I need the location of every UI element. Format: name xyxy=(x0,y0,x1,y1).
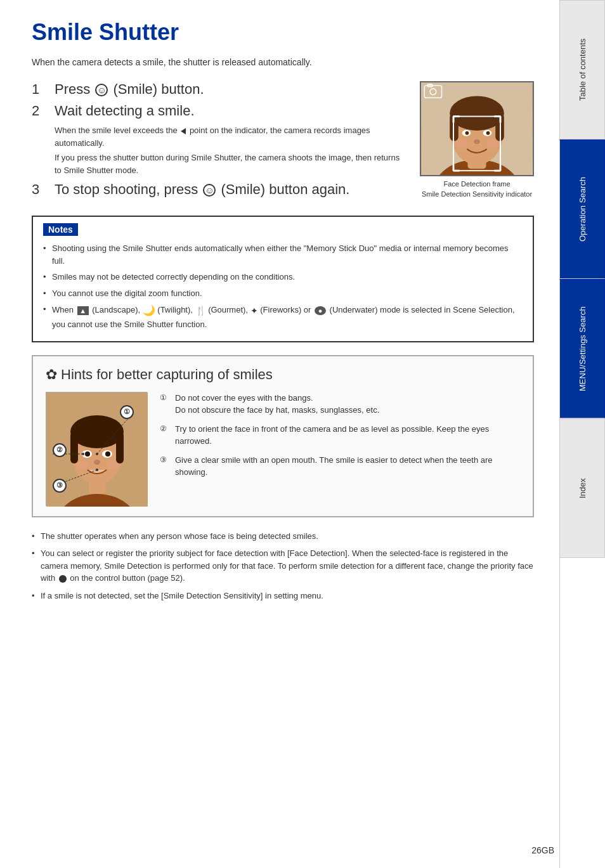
smile-sensitivity-label: Smile Detection Sensitivity indicator xyxy=(422,190,532,198)
hints-sun-icon: ✿ xyxy=(46,366,57,383)
sidebar-tab-menu[interactable]: MENU/Settings Search xyxy=(559,279,605,418)
svg-point-12 xyxy=(455,140,467,149)
face-image xyxy=(420,81,534,176)
sidebar: Table of contents Operation Search MENU/… xyxy=(559,0,605,868)
svg-point-30 xyxy=(70,415,124,448)
hints-image: ① ② ③ xyxy=(46,392,147,506)
note-item-3: You cannot use the digital zoom function… xyxy=(43,287,523,300)
sidebar-tab-operation[interactable]: Operation Search xyxy=(559,139,605,279)
hint-num-3: ③ xyxy=(160,454,171,479)
hints-content: ① ② ③ ① Do not cover the eyes with the b… xyxy=(46,392,520,506)
hint-badge-1: ① xyxy=(120,405,134,419)
note-item-1: Shooting using the Smile Shutter ends au… xyxy=(43,242,523,267)
step-2: 2 Wait detecting a smile. xyxy=(32,103,407,119)
hint-text-3: Give a clear smile with an open mouth. T… xyxy=(175,454,520,479)
step-2-sub-2: If you press the shutter button during S… xyxy=(55,152,407,176)
step-3: 3 To stop shooting, press (Smile) button… xyxy=(32,181,407,198)
notes-header: Notes xyxy=(43,223,78,236)
hint-item-2: ② Try to orient the face in front of the… xyxy=(160,423,520,448)
person-svg xyxy=(421,82,533,175)
bottom-bullet-1: The shutter operates when any person who… xyxy=(32,530,534,543)
bottom-bullet-3: If a smile is not detected, set the [Smi… xyxy=(32,590,534,602)
svg-rect-31 xyxy=(70,432,78,463)
hint-num-1: ① xyxy=(160,392,171,417)
landscape-icon: ▲ xyxy=(77,306,89,315)
sidebar-tab-toc[interactable]: Table of contents xyxy=(559,0,605,139)
image-section: Face Detection frame Smile Detection Sen… xyxy=(420,81,534,198)
hint-text-2: Try to orient the face in front of the c… xyxy=(175,423,520,448)
svg-rect-32 xyxy=(116,432,124,463)
step-2-number: 2 xyxy=(32,103,51,119)
step-3-number: 3 xyxy=(32,181,51,198)
hint-item-1: ① Do not cover the eyes with the bangs.D… xyxy=(160,392,520,417)
hint-badge-3: ③ xyxy=(53,479,67,493)
note-item-4: When ▲ (Landscape), 🌙 (Twilight), 🍴 (Gou… xyxy=(43,303,523,331)
smile-icon-3 xyxy=(203,184,216,197)
bottom-bullets: The shutter operates when any person who… xyxy=(32,530,534,602)
svg-point-38 xyxy=(75,461,88,470)
intro-text: When the camera detects a smile, the shu… xyxy=(32,57,534,67)
svg-point-11 xyxy=(474,139,480,145)
hints-title: ✿ Hints for better capturing of smiles xyxy=(46,366,520,383)
hint-badge-2: ② xyxy=(53,443,67,457)
page-number: 26GB xyxy=(531,845,554,855)
svg-point-13 xyxy=(486,140,498,149)
note-item-2: Smiles may not be detected correctly dep… xyxy=(43,271,523,283)
step-3-text: To stop shooting, press (Smile) button a… xyxy=(55,181,349,198)
face-detection-label: Face Detection frame xyxy=(443,180,510,188)
bottom-bullet-2: You can select or register the priority … xyxy=(32,547,534,585)
steps-section: 1 Press (Smile) button. 2 Wait detecting… xyxy=(32,81,407,203)
hints-section: ✿ Hints for better capturing of smiles xyxy=(32,355,534,517)
svg-point-9 xyxy=(465,131,469,135)
circle-icon xyxy=(59,575,67,583)
notes-list: Shooting using the Smile Shutter ends au… xyxy=(43,242,523,331)
steps-image-section: 1 Press (Smile) button. 2 Wait detecting… xyxy=(32,81,534,203)
sidebar-tab-index[interactable]: Index xyxy=(559,418,605,558)
svg-point-35 xyxy=(85,451,90,457)
svg-point-39 xyxy=(106,461,119,470)
step-1-number: 1 xyxy=(32,81,51,98)
underwater-icon: ● xyxy=(315,306,326,315)
svg-point-36 xyxy=(105,451,110,457)
smile-icon-1 xyxy=(95,84,108,96)
notes-section: Notes Shooting using the Smile Shutter e… xyxy=(32,216,534,342)
hint-text-1: Do not cover the eyes with the bangs.Do … xyxy=(175,392,379,417)
main-content: Smile Shutter When the camera detects a … xyxy=(0,0,559,632)
svg-point-37 xyxy=(94,460,100,465)
hint-item-3: ③ Give a clear smile with an open mouth.… xyxy=(160,454,520,479)
hint-num-2: ② xyxy=(160,423,171,448)
step-2-sub-1: When the smile level exceeds the point o… xyxy=(55,124,407,149)
triangle-icon xyxy=(181,128,186,134)
page-title: Smile Shutter xyxy=(32,19,534,46)
step-1-text: Press (Smile) button. xyxy=(55,81,204,98)
step-2-text: Wait detecting a smile. xyxy=(55,103,195,119)
step-1: 1 Press (Smile) button. xyxy=(32,81,407,98)
hints-list: ① Do not cover the eyes with the bangs.D… xyxy=(160,392,520,485)
svg-point-10 xyxy=(486,131,490,135)
